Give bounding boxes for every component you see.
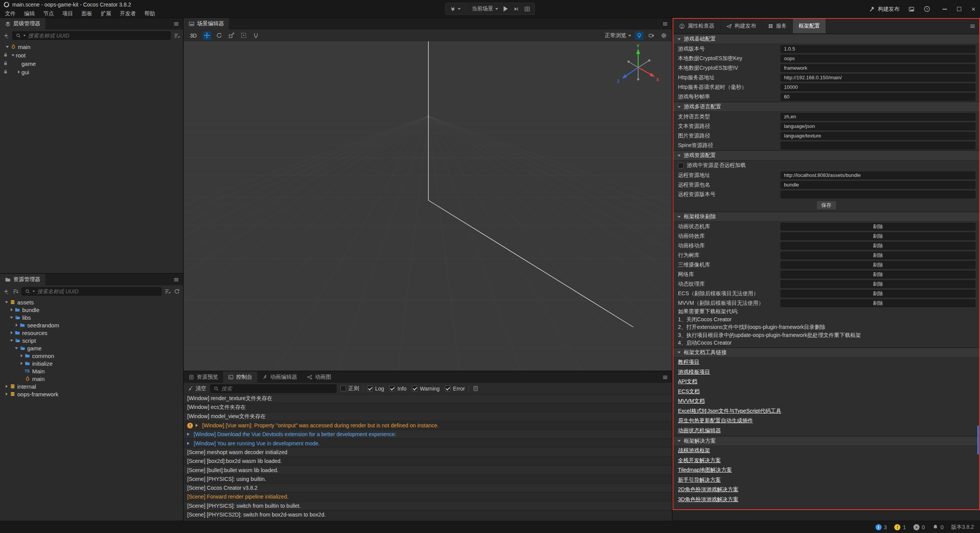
filter-warning-checkbox[interactable]: Warning xyxy=(412,386,440,392)
link-动画状态机编辑器[interactable]: 动画状态机编辑器 xyxy=(678,427,721,434)
log-row[interactable]: ![Window] [Vue warn]: Property "onInput"… xyxy=(184,421,672,430)
hierarchy-panel-menu-button[interactable] xyxy=(170,18,183,29)
expand-arrow-icon[interactable] xyxy=(196,424,199,427)
assets-sort-button[interactable] xyxy=(12,288,18,294)
link-游戏模板项目[interactable]: 游戏模板项目 xyxy=(678,369,710,376)
remove-module-button-网络库[interactable]: 剔除 xyxy=(781,271,975,278)
field-input-游戏每秒帧率[interactable] xyxy=(781,93,975,101)
menu-面板[interactable]: 面板 xyxy=(77,10,96,17)
scene-viewport[interactable]: Y X Z xyxy=(184,41,672,371)
rotate-tool-button[interactable] xyxy=(215,31,224,40)
chevron-down-icon[interactable] xyxy=(9,338,14,343)
remove-module-button-三维摄像机库[interactable]: 剔除 xyxy=(781,261,975,269)
link-新手引导解决方案[interactable]: 新手引导解决方案 xyxy=(678,477,721,484)
console-search-input[interactable] xyxy=(221,386,333,392)
menu-帮助[interactable]: 帮助 xyxy=(140,10,159,17)
asset-node-bundle[interactable]: bundle xyxy=(0,306,183,314)
tab-scene-editor[interactable]: 场景编辑器 xyxy=(184,18,229,29)
chevron-down-icon[interactable] xyxy=(14,346,19,351)
view-gizmo[interactable]: Y X Z xyxy=(615,44,661,90)
menu-项目[interactable]: 项目 xyxy=(58,10,77,17)
asset-node-seedrandom[interactable]: seedrandom xyxy=(0,321,183,329)
chevron-down-icon[interactable] xyxy=(9,315,14,320)
remove-module-button-动画特效库[interactable]: 剔除 xyxy=(781,232,975,240)
hierarchy-filter-button[interactable] xyxy=(174,33,180,39)
console-search[interactable] xyxy=(210,384,336,393)
menu-扩展[interactable]: 扩展 xyxy=(96,10,116,17)
expand-arrow-icon[interactable] xyxy=(187,433,191,436)
chevron-right-icon[interactable] xyxy=(14,324,19,327)
create-asset-button[interactable] xyxy=(3,288,9,294)
asset-node-assets[interactable]: assets xyxy=(0,298,183,306)
link-全栈开发解决方案[interactable]: 全栈开发解决方案 xyxy=(678,457,721,464)
scene-panel-menu-button[interactable] xyxy=(658,18,672,29)
scene-light-toggle[interactable] xyxy=(635,31,644,40)
close-button[interactable]: × xyxy=(971,6,975,13)
field-input-远程资源包名[interactable] xyxy=(781,181,975,189)
field-input-Http服务器请求超时（毫秒）[interactable] xyxy=(781,83,975,91)
field-input-本地数据CryptoES加密IV[interactable] xyxy=(781,64,975,72)
tab-属性检查器[interactable]: 属性检查器 xyxy=(673,19,720,33)
rect-tool-button[interactable] xyxy=(240,31,248,40)
tab-资源预览[interactable]: 资源预览 xyxy=(184,371,223,383)
filter-log-checkbox[interactable]: Log xyxy=(367,386,384,392)
chevron-right-icon[interactable] xyxy=(4,392,9,396)
tab-hierarchy[interactable]: 层级管理器 xyxy=(0,18,45,29)
remove-module-button-ECS（剔除后模板项目无法使用）[interactable]: 剔除 xyxy=(781,290,975,298)
remove-module-button-动态纹理库[interactable]: 剔除 xyxy=(781,280,975,288)
status-errors[interactable]: × 0 xyxy=(913,524,925,530)
field-input-支持语言类型[interactable] xyxy=(781,113,975,121)
asset-node-Main[interactable]: TSMain xyxy=(0,367,183,375)
move-tool-button[interactable] xyxy=(203,31,211,40)
hierarchy-node-root[interactable]: root xyxy=(0,51,183,59)
menu-编辑[interactable]: 编辑 xyxy=(20,10,39,17)
hierarchy-node-game[interactable]: game xyxy=(0,59,183,68)
console-collapse-button[interactable] xyxy=(473,386,479,391)
link-Tiledmap地图解决方案[interactable]: Tiledmap地图解决方案 xyxy=(678,467,732,474)
asset-node-oops-framework[interactable]: oops-framework xyxy=(0,390,183,398)
regex-checkbox[interactable]: 正则 xyxy=(340,385,359,392)
remove-module-button-动画状态机库[interactable]: 剔除 xyxy=(781,223,975,231)
remove-module-button-动画移动库[interactable]: 剔除 xyxy=(781,242,975,250)
link-2D角色扮演游戏解决方案[interactable]: 2D角色扮演游戏解决方案 xyxy=(678,486,738,493)
build-publish-button[interactable]: 构建发布 xyxy=(869,6,899,13)
scale-tool-button[interactable] xyxy=(227,31,236,40)
tab-控制台[interactable]: 控制台 xyxy=(223,371,257,383)
link-教程项目[interactable]: 教程项目 xyxy=(678,359,699,366)
remove-module-button-行为树库[interactable]: 剔除 xyxy=(781,252,975,259)
link-战棋游戏框架[interactable]: 战棋游戏框架 xyxy=(678,447,710,454)
layout-button[interactable] xyxy=(524,6,530,12)
menu-开发者[interactable]: 开发者 xyxy=(116,10,140,17)
chevron-right-icon[interactable] xyxy=(9,331,14,334)
assets-panel-menu-button[interactable] xyxy=(170,274,183,285)
asset-node-initialize[interactable]: initialize xyxy=(0,360,183,367)
checkbox-icon[interactable] xyxy=(678,163,684,168)
scene-settings-button[interactable] xyxy=(660,31,668,40)
asset-node-game[interactable]: game xyxy=(0,344,183,352)
view-mode-dropdown[interactable]: 正常浏览 xyxy=(605,32,631,39)
play-button[interactable] xyxy=(504,6,508,11)
log-row[interactable]: [Window] You are running Vue in developm… xyxy=(184,439,672,448)
field-input-Http服务器地址[interactable] xyxy=(781,74,975,82)
hierarchy-node-gui[interactable]: gui xyxy=(0,68,183,76)
filter-error-checkbox[interactable]: Error xyxy=(445,386,465,392)
asset-node-resources[interactable]: resources xyxy=(0,329,183,337)
console-clear-button[interactable]: 清空 xyxy=(188,385,206,392)
transform-space-button[interactable] xyxy=(252,31,260,40)
menu-节点[interactable]: 节点 xyxy=(39,10,58,17)
link-ECS文档[interactable]: ECS文档 xyxy=(678,388,700,395)
console-panel-menu-button[interactable] xyxy=(658,371,672,383)
expand-arrow-icon[interactable] xyxy=(187,442,191,445)
link-Excel格式转Json文件与TypeScript代码工具[interactable]: Excel格式转Json文件与TypeScript代码工具 xyxy=(678,408,781,415)
mode-3d-toggle[interactable]: 3D xyxy=(188,32,199,39)
step-button[interactable] xyxy=(513,6,519,12)
asset-node-libs[interactable]: libs xyxy=(0,314,183,321)
preview-device-select[interactable] xyxy=(450,6,461,12)
link-原生包热更新配置自动生成插件[interactable]: 原生包热更新配置自动生成插件 xyxy=(678,417,753,424)
maximize-button[interactable] xyxy=(957,7,961,11)
asset-node-internal[interactable]: internal xyxy=(0,383,183,390)
hierarchy-search[interactable] xyxy=(12,31,171,40)
chevron-right-icon[interactable] xyxy=(4,385,9,388)
assets-refresh-button[interactable] xyxy=(174,288,180,294)
asset-node-common[interactable]: common xyxy=(0,352,183,360)
